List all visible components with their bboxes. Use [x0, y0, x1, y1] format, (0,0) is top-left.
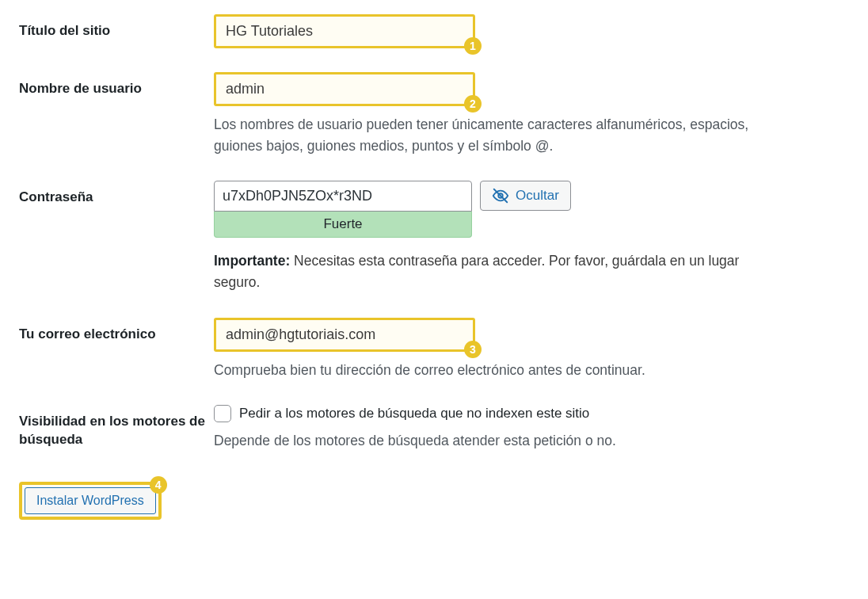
step-badge-1: 1 [464, 37, 482, 55]
important-text: Necesitas esta contraseña para acceder. … [214, 253, 739, 290]
install-form: Título del sitio 1 Nombre de usuario 2 L… [19, 14, 849, 452]
highlight-username: 2 [214, 72, 475, 106]
username-input[interactable] [216, 74, 473, 104]
highlight-install: Instalar WordPress 4 [19, 482, 162, 520]
step-badge-3: 3 [464, 341, 482, 358]
row-site-title: Título del sitio 1 [19, 14, 849, 48]
highlight-site-title: 1 [214, 14, 475, 48]
row-username: Nombre de usuario 2 Los nombres de usuar… [19, 72, 849, 157]
field-username: 2 Los nombres de usuario pueden tener ún… [214, 72, 800, 157]
row-visibility: Visibilidad en los motores de búsqueda P… [19, 405, 849, 452]
email-desc: Comprueba bien tu dirección de correo el… [214, 360, 784, 381]
step-badge-2: 2 [464, 95, 482, 113]
label-email: Tu correo electrónico [19, 318, 214, 344]
password-box: Fuerte [214, 181, 472, 238]
field-site-title: 1 [214, 14, 800, 48]
important-label: Importante: [214, 253, 290, 269]
password-row: Fuerte Ocultar [214, 181, 800, 238]
visibility-desc: Depende de los motores de búsqueda atend… [214, 430, 784, 452]
row-password: Contraseña Fuerte Ocultar [19, 181, 849, 293]
label-visibility: Visibilidad en los motores de búsqueda [19, 405, 214, 449]
username-desc: Los nombres de usuario pueden tener únic… [214, 114, 784, 157]
site-title-input[interactable] [216, 17, 473, 46]
label-username: Nombre de usuario [19, 72, 214, 98]
visibility-checkbox[interactable] [214, 405, 231, 422]
label-password: Contraseña [19, 181, 214, 207]
password-strength: Fuerte [214, 212, 472, 238]
email-input[interactable] [216, 320, 473, 349]
field-visibility: Pedir a los motores de búsqueda que no i… [214, 405, 800, 452]
password-input[interactable] [214, 181, 472, 212]
install-button[interactable]: Instalar WordPress [25, 487, 156, 514]
field-email: 3 Comprueba bien tu dirección de correo … [214, 318, 800, 381]
hide-password-label: Ocultar [516, 188, 559, 204]
visibility-checkbox-row: Pedir a los motores de búsqueda que no i… [214, 405, 800, 422]
label-site-title: Título del sitio [19, 14, 214, 40]
highlight-email: 3 [214, 318, 475, 352]
password-important: Importante: Necesitas esta contraseña pa… [214, 250, 784, 293]
field-password: Fuerte Ocultar Importante: Necesitas est… [214, 181, 800, 293]
step-badge-4: 4 [150, 476, 167, 494]
eye-slash-icon [492, 187, 509, 204]
hide-password-button[interactable]: Ocultar [480, 181, 571, 211]
row-email: Tu correo electrónico 3 Comprueba bien t… [19, 318, 849, 381]
visibility-checkbox-label: Pedir a los motores de búsqueda que no i… [239, 406, 589, 422]
